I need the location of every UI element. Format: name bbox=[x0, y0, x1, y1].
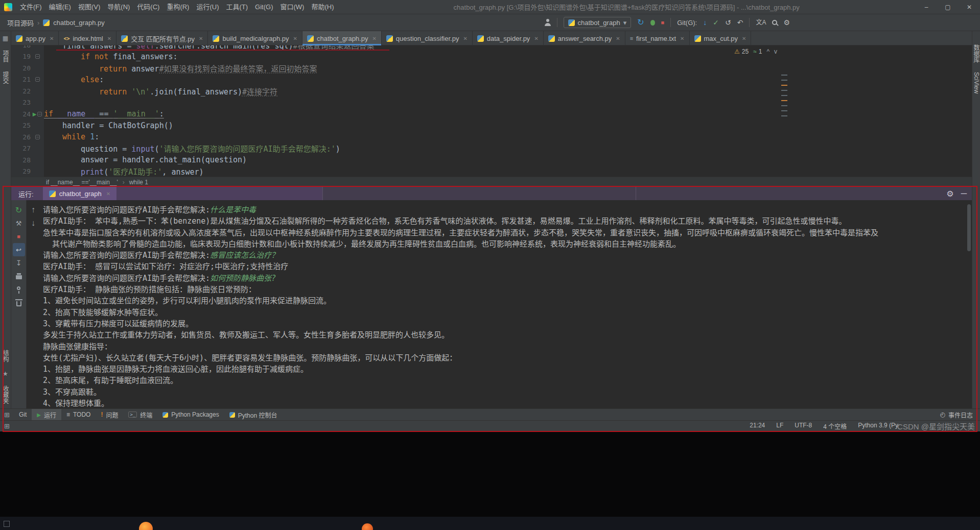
breadcrumb-project[interactable]: 项目源码 bbox=[7, 18, 34, 28]
up-stack-icon[interactable]: ↑ bbox=[27, 203, 39, 216]
tab-close-icon[interactable]: ✕ bbox=[293, 36, 297, 41]
code-line[interactable]: 23 bbox=[11, 97, 972, 109]
tab-close-icon[interactable]: ✕ bbox=[199, 36, 203, 41]
stop-icon[interactable]: ■ bbox=[13, 230, 25, 243]
prev-problem-icon[interactable]: ^ bbox=[766, 48, 769, 55]
hide-panel-icon[interactable]: ─ bbox=[961, 189, 967, 198]
clear-console-icon[interactable] bbox=[13, 296, 25, 309]
code-line[interactable]: 18final_answers = self.searcher.search_m… bbox=[11, 45, 972, 51]
menu-item[interactable]: 运行(U) bbox=[193, 0, 222, 14]
tab-index.html[interactable]: <>index.html✕ bbox=[59, 31, 116, 45]
tab-close-icon[interactable]: ✕ bbox=[50, 36, 54, 41]
tab-question_classifier.py[interactable]: question_classifier.py✕ bbox=[382, 31, 473, 45]
code-line[interactable]: 25handler = ChatBotGraph() bbox=[11, 120, 972, 132]
minimize-button[interactable]: – bbox=[916, 0, 937, 14]
rerun-icon[interactable]: ↻ bbox=[13, 203, 25, 216]
toolwindow-button-Python 控制台[interactable]: Python 控制台 bbox=[224, 409, 283, 420]
stripe-item-SciView[interactable]: SciView bbox=[973, 72, 980, 93]
soft-wrap-icon[interactable]: ↩ bbox=[13, 243, 25, 256]
menu-item[interactable]: 帮助(H) bbox=[308, 0, 337, 14]
scroll-to-end-icon[interactable]: ↧ bbox=[13, 256, 25, 270]
menu-item[interactable]: 视图(V) bbox=[75, 0, 104, 14]
git-rollback-button[interactable]: ↶ bbox=[737, 19, 743, 26]
run-tab[interactable]: chatbot_graph ✕ bbox=[43, 187, 117, 200]
run-console[interactable]: 请输入您所要咨询的问题医疗AI助手会帮您解决:什么是苯中毒医疗AI助手： 苯中毒… bbox=[40, 200, 972, 408]
menu-item[interactable]: 重构(R) bbox=[163, 0, 193, 14]
menu-item[interactable]: Git(G) bbox=[251, 0, 276, 14]
code-line[interactable]: 19if not final_answers: bbox=[11, 51, 972, 63]
close-button[interactable]: ✕ bbox=[959, 0, 980, 14]
run-configuration-select[interactable]: chatbot_graph ▾ bbox=[564, 17, 632, 28]
status-item[interactable]: 21:24 bbox=[750, 422, 765, 430]
breadcrumb-scope[interactable]: if __name__ =='__main__' bbox=[46, 179, 118, 186]
tab-data_spider.py[interactable]: data_spider.py✕ bbox=[473, 31, 544, 45]
code-line[interactable]: 28answer = handler.chat_main(question) bbox=[11, 154, 972, 166]
fold-icon[interactable] bbox=[35, 135, 40, 139]
code-line[interactable]: 20return answer#如果没有找到合适的最终答案，返回初始答案 bbox=[11, 62, 972, 74]
console-scrollbar[interactable] bbox=[967, 204, 971, 251]
menu-item[interactable]: 导航(N) bbox=[104, 0, 133, 14]
settings-gear-icon[interactable]: ⚙ bbox=[783, 19, 790, 26]
tab-close-icon[interactable]: ✕ bbox=[742, 36, 746, 41]
settings-gear-icon[interactable]: ⚙ bbox=[946, 189, 953, 199]
status-item[interactable]: Python 3.9 (Py bbox=[858, 422, 898, 430]
run-line-icon[interactable]: ▶ bbox=[33, 111, 37, 117]
maximize-button[interactable]: ▢ bbox=[937, 0, 959, 14]
status-item[interactable]: 4 个空格 bbox=[823, 422, 847, 430]
menu-item[interactable]: 代码(C) bbox=[133, 0, 163, 14]
taskbar-app-icon[interactable] bbox=[139, 522, 153, 530]
tab-交互 匹配所有节点.py[interactable]: 交互 匹配所有节点.py✕ bbox=[116, 31, 208, 45]
inspections-widget[interactable]: ⚠ 25 ≈ 1 ^ v bbox=[734, 48, 777, 55]
tool-windows-toggle-icon[interactable]: ⊞ bbox=[4, 411, 10, 419]
stripe-item-收藏夹[interactable]: 收藏夹 bbox=[1, 386, 10, 404]
stop-button[interactable]: ■ bbox=[661, 20, 665, 26]
event-log-button[interactable]: ◴ 事件日志 bbox=[940, 411, 973, 419]
menu-item[interactable]: 窗口(W) bbox=[276, 0, 308, 14]
stripe-item-项目[interactable]: 项目 bbox=[1, 50, 10, 62]
tab-close-icon[interactable]: ✕ bbox=[680, 36, 684, 41]
code-editor[interactable]: 18final_answers = self.searcher.search_m… bbox=[11, 45, 972, 177]
edit-config-icon[interactable]: ⚒ bbox=[13, 216, 25, 230]
stripe-item-数据库[interactable]: 数据库 bbox=[972, 44, 980, 63]
tab-first_name.txt[interactable]: ≡first_name.txt✕ bbox=[625, 31, 690, 45]
tab-close-icon[interactable]: ✕ bbox=[107, 36, 111, 41]
git-history-button[interactable]: ↺ bbox=[725, 19, 731, 26]
menu-item[interactable]: 编辑(E) bbox=[45, 0, 75, 14]
search-everywhere-icon[interactable] bbox=[772, 20, 777, 25]
fold-icon[interactable] bbox=[37, 112, 42, 116]
toolwindow-button-运行[interactable]: ▶运行 bbox=[32, 409, 61, 420]
down-stack-icon[interactable]: ↓ bbox=[27, 216, 39, 230]
rerun-button[interactable]: ↻ bbox=[637, 18, 644, 27]
next-problem-icon[interactable]: v bbox=[774, 48, 777, 55]
code-line[interactable]: 21else: bbox=[11, 74, 972, 86]
debug-button[interactable] bbox=[650, 20, 655, 26]
toolwindow-button-Python Packages[interactable]: Python Packages bbox=[157, 409, 224, 420]
toolwindow-button-终端[interactable]: >_终端 bbox=[123, 409, 157, 420]
breadcrumb-scope[interactable]: while 1 bbox=[129, 179, 148, 186]
status-item[interactable]: UTF-8 bbox=[795, 422, 812, 430]
tab-close-icon[interactable]: ✕ bbox=[616, 36, 620, 41]
taskbar-app-icon[interactable] bbox=[4, 521, 10, 527]
print-icon[interactable] bbox=[13, 270, 25, 283]
toolwindow-button-TODO[interactable]: ≡TODO bbox=[61, 409, 96, 420]
code-line[interactable]: 27question = input('请输入您所要咨询的问题医疗AI助手会帮您… bbox=[11, 143, 972, 155]
translate-icon[interactable]: 文A bbox=[756, 19, 766, 26]
status-item[interactable]: LF bbox=[776, 422, 783, 430]
windows-taskbar[interactable] bbox=[0, 517, 980, 530]
code-line[interactable]: 26while 1: bbox=[11, 131, 972, 143]
fold-icon[interactable] bbox=[35, 54, 40, 59]
taskbar-app-icon[interactable] bbox=[362, 523, 373, 530]
error-stripe-marks[interactable] bbox=[781, 75, 787, 121]
stripe-item-提交[interactable]: 提交 bbox=[1, 71, 10, 84]
breadcrumb-file[interactable]: chatbot_graph.py bbox=[53, 19, 104, 27]
menu-item[interactable]: 文件(F) bbox=[16, 0, 45, 14]
fold-icon[interactable] bbox=[35, 77, 40, 82]
close-icon[interactable]: ✕ bbox=[106, 191, 110, 197]
code-line[interactable]: 24▶if __name__ == '__main__': bbox=[11, 108, 972, 120]
toolwindow-button-Git[interactable]: Git bbox=[14, 409, 32, 420]
tool-windows-quick-access-icon[interactable]: ⊞ bbox=[4, 422, 10, 430]
tab-close-icon[interactable]: ✕ bbox=[463, 36, 467, 41]
code-line[interactable]: 29print('医疗AI助手:', answer) bbox=[11, 166, 972, 177]
user-account-icon[interactable] bbox=[545, 23, 551, 26]
git-commit-button[interactable]: ✓ bbox=[713, 19, 719, 26]
